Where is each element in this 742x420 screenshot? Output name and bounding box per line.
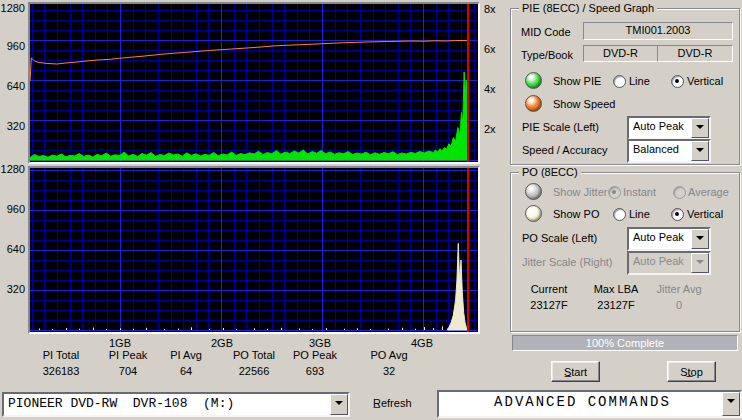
pie-line-radio[interactable] [613,75,626,88]
po-chart [30,168,478,332]
jitter-avg-label: Jitter Avg [648,283,710,295]
speed-axis-tick: 2x [484,123,506,135]
y-axis-tick: 1280 [0,163,25,175]
po-scale-select[interactable]: Auto Peak [627,227,711,251]
y-axis-tick: 320 [0,120,25,132]
stat-pi-peak: PI Peak 704 [95,349,161,377]
x-axis-tick: 3GB [298,337,342,349]
show-speed-led[interactable] [525,95,542,112]
jitter-avg-value: 0 [648,299,710,311]
drive-select-value: PIONEER DVD-RW DVR-108 (M:) [8,395,330,412]
pie-scale-select[interactable]: Auto Peak [627,116,711,140]
show-pie-label: Show PIE [553,75,601,87]
chevron-down-icon[interactable] [691,141,709,161]
x-axis-tick: 4GB [400,337,444,349]
max-lba-value: 23127F [585,299,647,311]
advanced-commands-value: ADVANCED COMMANDS [443,393,722,412]
po-chart-frame [28,166,480,334]
stat-label: PI Total [28,349,94,361]
speed-axis-tick: 4x [484,83,506,95]
chevron-down-icon[interactable] [691,118,709,138]
chevron-down-icon[interactable] [691,229,709,249]
type-value: DVD-R [583,45,658,62]
y-axis-tick: 960 [0,40,25,52]
speed-accuracy-label: Speed / Accuracy [522,144,608,156]
advanced-commands-select[interactable]: ADVANCED COMMANDS [437,390,742,418]
jitter-scale-label: Jitter Scale (Right) [522,256,612,268]
pie-speed-group: PIE (8ECC) / Speed Graph MID Code TMI001… [510,8,740,165]
pie-vertical-label: Vertical [687,75,723,87]
po-line-radio[interactable] [613,208,626,221]
stat-po-avg: PO Avg 32 [356,349,422,377]
drive-select[interactable]: PIONEER DVD-RW DVR-108 (M:) [2,392,350,417]
po-vertical-label: Vertical [687,208,723,220]
stat-value: 326183 [28,365,94,377]
chevron-down-icon [691,253,709,273]
speed-axis-tick: 8x [484,3,506,15]
speed-accuracy-select[interactable]: Balanced [627,139,711,163]
stat-pi-avg: PI Avg 64 [153,349,219,377]
speed-axis-tick: 6x [484,43,506,55]
y-axis-tick: 960 [0,203,25,215]
x-axis-tick: 2GB [200,337,244,349]
po-line-label: Line [629,208,650,220]
stat-value: 704 [95,365,161,377]
stat-label: PI Avg [153,349,219,361]
show-po-led[interactable] [525,205,542,222]
jitter-average-radio [673,186,686,199]
show-jitter-led [525,183,542,200]
speed-accuracy-value: Balanced [633,142,691,157]
jitter-instant-radio [608,186,621,199]
po-scale-label: PO Scale (Left) [522,232,597,244]
show-pie-led[interactable] [525,72,542,89]
po-scale-value: Auto Peak [633,230,691,245]
pie-speed-chart [30,4,478,162]
pie-scale-label: PIE Scale (Left) [522,121,599,133]
max-lba-label: Max LBA [585,283,647,295]
chevron-down-icon[interactable] [722,392,740,416]
start-button[interactable]: S̲tart [551,361,600,382]
y-axis-tick: 1280 [0,2,25,14]
stat-value: 22566 [221,365,287,377]
y-axis-tick: 320 [0,283,25,295]
pie-vertical-radio[interactable] [671,75,684,88]
stat-pi-total: PI Total 326183 [28,349,94,377]
current-label: Current [518,283,580,295]
stat-po-total: PO Total 22566 [221,349,287,377]
stat-label: PI Peak [95,349,161,361]
chevron-down-icon[interactable] [330,394,348,415]
book-value: DVD-R [657,45,733,62]
pie-speed-chart-frame [28,2,480,164]
y-axis-tick: 640 [0,80,25,92]
stat-label: PO Peak [282,349,348,361]
refresh-button[interactable]: R̲efresh [367,396,418,410]
jitter-scale-select: Auto Peak [627,251,711,275]
current-lba: Current 23127F [518,283,580,311]
jitter-instant-label: Instant [623,186,656,198]
stop-button[interactable]: St̲op [667,361,716,382]
x-axis-tick: 1GB [98,337,142,349]
jitter-scale-value: Auto Peak [633,254,691,269]
show-speed-label: Show Speed [553,98,615,110]
stat-value: 64 [153,365,219,377]
app-window: 1280 960 640 320 1280 960 640 320 8x 6x … [0,0,742,420]
stat-value: 32 [356,365,422,377]
stat-label: PO Total [221,349,287,361]
type-book-label: Type/Book [521,49,573,61]
group-title: PIE (8ECC) / Speed Graph [519,2,657,14]
po-group: PO (8ECC) Show Jitter Instant Average Sh… [510,172,740,332]
show-po-label: Show PO [553,208,599,220]
mid-code-label: MID Code [521,26,571,38]
pie-scale-value: Auto Peak [633,119,691,134]
stat-po-peak: PO Peak 693 [282,349,348,377]
show-jitter-label: Show Jitter [553,186,607,198]
stat-label: PO Avg [356,349,422,361]
progress-bar: 100% Complete [512,335,738,351]
po-vertical-radio[interactable] [671,208,684,221]
group-title: PO (8ECC) [519,166,581,178]
max-lba: Max LBA 23127F [585,283,647,311]
y-axis-tick: 640 [0,243,25,255]
current-value: 23127F [518,299,580,311]
pie-line-label: Line [629,75,650,87]
jitter-avg: Jitter Avg 0 [648,283,710,311]
